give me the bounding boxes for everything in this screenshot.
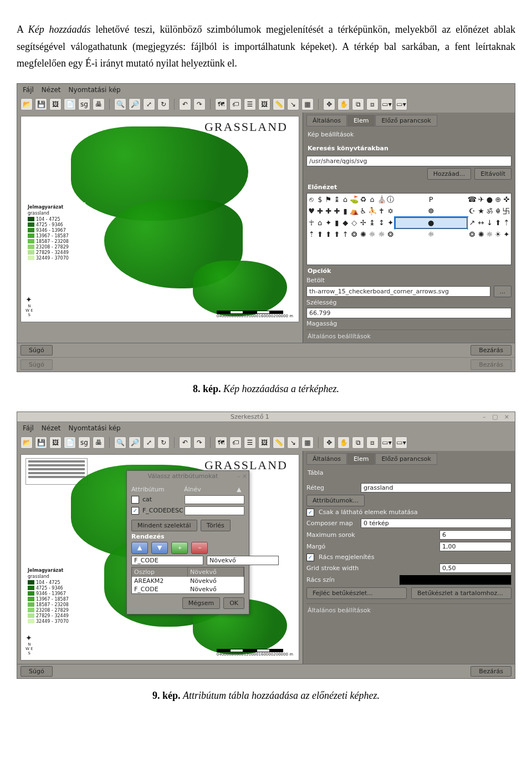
print-icon[interactable]: 🖶 bbox=[93, 98, 105, 110]
zoom-in-icon[interactable]: 🔍 bbox=[114, 98, 126, 110]
help-button[interactable]: Súgó bbox=[21, 345, 53, 356]
refresh-icon[interactable]: ↻ bbox=[157, 98, 170, 110]
redo-icon[interactable]: ↷ bbox=[193, 98, 206, 110]
undo-icon[interactable]: ↶ bbox=[179, 436, 191, 449]
add-dir-button[interactable]: Hozzáad... bbox=[427, 168, 472, 180]
export-svg-icon[interactable]: sg bbox=[78, 98, 90, 110]
stroke-input[interactable]: 0,50 bbox=[439, 563, 511, 573]
add-table-icon[interactable]: ▦ bbox=[301, 436, 314, 449]
help-button[interactable]: Súgó bbox=[21, 359, 53, 370]
zoom-in-icon[interactable]: 🔍 bbox=[114, 436, 126, 449]
add-legend-icon[interactable]: ☰ bbox=[244, 436, 256, 449]
zoom-full-icon[interactable]: ⤢ bbox=[143, 436, 155, 449]
menu-print[interactable]: Nyomtatási kép bbox=[69, 424, 121, 432]
select-icon[interactable]: ✥ bbox=[323, 436, 335, 449]
align-icon[interactable]: ▭▾ bbox=[395, 436, 407, 449]
select-all-button[interactable]: Mindent szelektál bbox=[131, 520, 197, 531]
close-button[interactable]: Bezárás bbox=[470, 345, 511, 356]
close-icon[interactable]: – × bbox=[237, 473, 247, 480]
tab-item[interactable]: Elem bbox=[347, 453, 375, 465]
clear-button[interactable]: Törlés bbox=[201, 520, 231, 531]
alias-cat-input[interactable] bbox=[185, 495, 244, 504]
export-pdf-icon[interactable]: 📄 bbox=[64, 436, 76, 449]
print-icon[interactable]: 🖶 bbox=[93, 436, 105, 449]
menu-view[interactable]: Nézet bbox=[42, 424, 61, 432]
attribute-table-item[interactable] bbox=[25, 458, 88, 485]
map-canvas[interactable]: GRASSLAND Jelmagyarázat grassland 104 - … bbox=[21, 454, 299, 661]
add-image-icon[interactable]: 🖼 bbox=[258, 98, 270, 110]
tab-history[interactable]: Előző parancsok bbox=[375, 453, 437, 465]
tab-history[interactable]: Előző parancsok bbox=[375, 115, 437, 126]
margin-input[interactable]: 1,00 bbox=[439, 542, 511, 551]
attributes-button[interactable]: Attribútumok... bbox=[306, 495, 365, 506]
sort-field-select[interactable]: F_CODE bbox=[131, 556, 203, 565]
save-icon[interactable]: 💾 bbox=[35, 436, 47, 449]
content-font-button[interactable]: Betűkészlet a tartalomhoz... bbox=[411, 587, 511, 599]
zoom-out-icon[interactable]: 🔎 bbox=[129, 436, 141, 449]
export-image-icon[interactable]: 🖼 bbox=[49, 436, 62, 449]
cancel-button[interactable]: Mégsem bbox=[182, 597, 220, 609]
add-legend-icon[interactable]: ☰ bbox=[244, 98, 256, 110]
general-settings-collapsed[interactable]: Általános beállítások bbox=[306, 329, 511, 343]
group-icon[interactable]: ⧉ bbox=[352, 98, 364, 110]
add-arrow-icon[interactable]: ↘ bbox=[287, 98, 299, 110]
add-label-icon[interactable]: 🏷 bbox=[229, 98, 242, 110]
add-table-icon[interactable]: ▦ bbox=[301, 98, 314, 110]
add-map-icon[interactable]: 🗺 bbox=[215, 98, 227, 110]
help-button[interactable]: Súgó bbox=[21, 666, 53, 677]
add-map-icon[interactable]: 🗺 bbox=[215, 436, 227, 449]
align-icon[interactable]: ▭▾ bbox=[395, 98, 407, 110]
remove-sort-button[interactable]: － bbox=[191, 542, 208, 554]
raise-icon[interactable]: ▭▾ bbox=[381, 98, 393, 110]
map-canvas[interactable]: GRASSLAND Jelmagyarázat grassland 104 - … bbox=[21, 116, 299, 322]
general-settings-collapsed[interactable]: Általános beállítások bbox=[306, 603, 511, 617]
menu-print[interactable]: Nyomtatási kép bbox=[69, 86, 121, 94]
checkbox-fcodedesc[interactable] bbox=[131, 507, 139, 515]
open-icon[interactable]: 📂 bbox=[21, 98, 33, 110]
refresh-icon[interactable]: ↻ bbox=[157, 436, 170, 449]
add-label-icon[interactable]: 🏷 bbox=[229, 436, 242, 449]
add-sort-button[interactable]: ＋ bbox=[171, 542, 188, 554]
width-input[interactable]: 66.799 bbox=[306, 308, 511, 318]
export-image-icon[interactable]: 🖼 bbox=[49, 98, 62, 110]
svg-preview-grid[interactable]: ⎋$⚑↨⌂⛳♻⌂⛪ⓘP☎✈●⊕✜♥✚✚✚▮⛺♿⛹✝✡☸☪★ॐ☬卐☥⌂✦▮◆◇✢↨… bbox=[306, 193, 511, 265]
ungroup-icon[interactable]: ⧈ bbox=[366, 436, 378, 449]
raise-icon[interactable]: ▭▾ bbox=[381, 436, 393, 449]
undo-icon[interactable]: ↶ bbox=[179, 98, 191, 110]
zoom-out-icon[interactable]: 🔎 bbox=[129, 98, 141, 110]
menu-file[interactable]: Fájl bbox=[23, 86, 34, 94]
scroll-up-icon[interactable]: ▲ bbox=[237, 486, 244, 493]
grid-color-well[interactable] bbox=[400, 575, 511, 585]
layer-select[interactable]: grassland bbox=[361, 483, 511, 492]
tab-item[interactable]: Elem bbox=[347, 115, 375, 126]
add-scalebar-icon[interactable]: 📏 bbox=[273, 436, 285, 449]
add-image-icon[interactable]: 🖼 bbox=[258, 436, 270, 449]
tab-general[interactable]: Általános bbox=[306, 115, 347, 126]
header-font-button[interactable]: Fejléc betűkészlet... bbox=[306, 587, 407, 599]
menu-file[interactable]: Fájl bbox=[23, 424, 34, 432]
add-arrow-icon[interactable]: ↘ bbox=[287, 436, 299, 449]
menu-view[interactable]: Nézet bbox=[42, 86, 61, 94]
group-icon[interactable]: ⧉ bbox=[352, 436, 364, 449]
sort-dir-select[interactable]: Növekvő bbox=[207, 556, 279, 565]
checkbox-cat[interactable] bbox=[131, 496, 139, 504]
move-down-button[interactable]: ▼ bbox=[151, 542, 168, 554]
open-icon[interactable]: 📂 bbox=[21, 436, 33, 449]
tab-general[interactable]: Általános bbox=[306, 453, 347, 465]
checkbox-show-grid[interactable] bbox=[306, 554, 314, 561]
pan-icon[interactable]: ✋ bbox=[337, 98, 350, 110]
search-path-input[interactable]: /usr/share/qgis/svg bbox=[306, 156, 511, 166]
maxrows-input[interactable]: 6 bbox=[439, 530, 511, 540]
export-svg-icon[interactable]: sg bbox=[78, 436, 90, 449]
export-pdf-icon[interactable]: 📄 bbox=[64, 98, 76, 110]
move-up-button[interactable]: ▲ bbox=[131, 542, 148, 554]
composer-map-select[interactable]: 0 térkép bbox=[361, 519, 511, 528]
select-icon[interactable]: ✥ bbox=[323, 98, 335, 110]
remove-dir-button[interactable]: Eltávolít bbox=[474, 168, 511, 180]
checkbox-visible-only[interactable] bbox=[306, 509, 314, 516]
load-file-input[interactable]: th-arrow_15_checkerboard_corner_arrows.s… bbox=[306, 286, 490, 297]
browse-button[interactable]: ... bbox=[494, 286, 512, 297]
close-button[interactable]: Bezárás bbox=[470, 666, 511, 677]
close-button[interactable]: Bezárás bbox=[470, 359, 511, 370]
window-controls[interactable]: – ▢ × bbox=[483, 413, 511, 420]
